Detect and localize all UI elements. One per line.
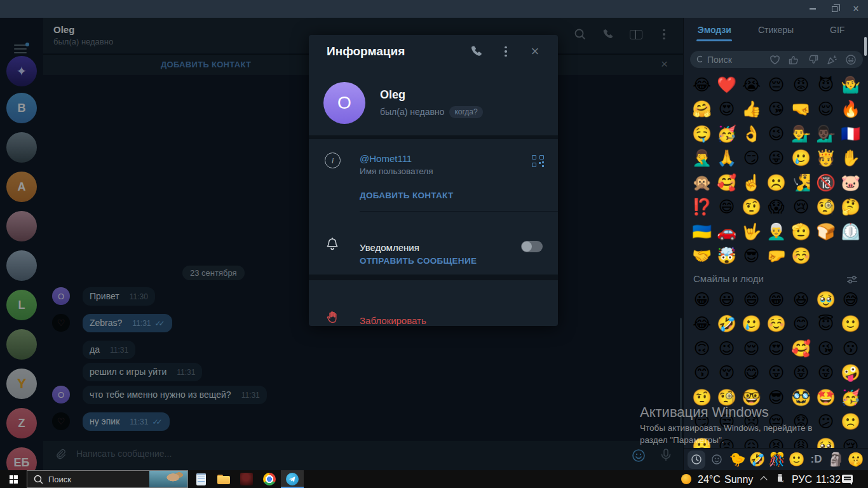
taskbar-app-telegram[interactable] [281,470,304,488]
chevron-up-icon[interactable] [760,476,767,483]
orange-smile-sticker[interactable]: 🙂 [788,451,805,469]
duck-sticker[interactable]: 🐤 [729,451,746,469]
restore-icon[interactable] [824,0,845,18]
start-button[interactable] [0,470,27,488]
emoji-scrollbar[interactable] [864,37,867,56]
weather-temperature[interactable]: 24°C [698,474,721,485]
language-indicator[interactable]: РУС [792,474,812,485]
block-button[interactable]: Заблокировать [360,315,426,326]
emoji-cell[interactable]: 🇺🇦 [689,219,714,244]
add-contact-button[interactable]: ДОБАВИТЬ КОНТАКТ [360,191,453,200]
smiley-icon[interactable] [710,452,724,467]
party-icon[interactable] [826,54,838,65]
emoji-cell[interactable]: 🤣 [714,312,739,337]
emoji-cell[interactable]: 🧐 [813,195,838,220]
taskbar-app-explorer[interactable] [212,470,235,488]
emoji-cell[interactable]: ☺️ [789,244,813,269]
emoji-cell[interactable]: 😍 [764,336,789,361]
emoji-cell[interactable]: 😈 [813,72,838,97]
emoji-cell[interactable]: 🙃 [689,336,714,361]
emoji-cell[interactable]: 😋 [739,361,764,386]
clock[interactable]: 11:32 [816,474,841,485]
emoji-cell[interactable]: 😏 [739,146,764,171]
emoji-cell[interactable]: ✋ [838,146,863,171]
send-message-button[interactable]: ОТПРАВИТЬ СООБЩЕНИЕ [360,256,477,266]
emoji-cell[interactable]: 😌 [739,336,764,361]
emoji-cell[interactable]: 😎 [764,385,789,410]
emoji-cell[interactable]: 🇫🇷 [838,121,863,146]
emoji-cell[interactable]: 😝 [789,361,813,386]
emoji-cell[interactable]: 🤟 [739,219,764,244]
close-icon[interactable]: × [845,0,867,18]
emoji-cell[interactable]: 👨‍🦳 [764,219,789,244]
emoji-cell[interactable]: 😔 [764,410,789,435]
tab-gif[interactable]: GIF [806,18,868,42]
emoji-cell[interactable]: 😂 [689,72,714,97]
emoji-cell[interactable]: 🤓 [739,385,764,410]
notification-icon[interactable] [842,475,853,483]
emoji-cell[interactable]: ⁉️ [689,195,714,220]
tab-stickers[interactable]: Стикеры [745,18,807,42]
emoji-cell[interactable]: ⏲️ [838,219,863,244]
emoji-cell[interactable]: 🤨 [689,385,714,410]
emoji-cell[interactable]: 🤷‍♂️ [838,72,863,97]
emoji-cell[interactable]: 🥲 [789,146,813,171]
emoji-cell[interactable]: 😃 [714,287,739,312]
emoji-cell[interactable]: 🤪 [838,361,863,386]
emoji-cell[interactable]: 🤯 [714,244,739,269]
minimize-icon[interactable] [802,0,824,18]
emoji-cell[interactable]: 🤩 [813,385,838,410]
emoji-cell[interactable]: 🧏‍♂️ [789,170,813,195]
emoji-cell[interactable]: 🥰 [714,170,739,195]
emoji-cell[interactable]: 🥸 [789,385,813,410]
emoji-cell[interactable]: 💁‍♂️ [789,121,813,146]
emoji-cell[interactable]: 😜 [764,146,789,171]
emoji-cell[interactable]: 🔥 [838,97,863,122]
emoji-cell[interactable]: 😙 [689,361,714,386]
menu-icon[interactable] [498,44,513,59]
emoji-cell[interactable]: 😭 [739,72,764,97]
emoji-cell[interactable]: 😍 [714,97,739,122]
emoji-cell[interactable]: ☺️ [764,312,789,337]
weather-icon[interactable] [681,474,691,484]
taskbar-search-input[interactable] [48,475,131,484]
emoji-cell[interactable]: 🫡 [789,219,813,244]
emoji-cell[interactable]: 😄 [714,195,739,220]
emoji-cell[interactable]: 😱 [764,195,789,220]
emoji-cell[interactable]: 🤜 [789,97,813,122]
emoji-cell[interactable]: 😅 [838,287,863,312]
emoji-cell[interactable]: 😉 [714,336,739,361]
taskbar-app-game[interactable] [235,470,258,488]
emoji-cell[interactable]: 🥳 [838,385,863,410]
emoji-cell[interactable]: 😚 [714,361,739,386]
emoji-cell[interactable]: 🥳 [714,121,739,146]
emoji-cell[interactable]: 🙁 [838,410,863,435]
taskbar-app-notepad[interactable] [189,470,212,488]
emoji-cell[interactable]: 😞 [739,410,764,435]
emoji-cell[interactable]: ☝️ [739,170,764,195]
emoji-cell[interactable]: 😛 [764,361,789,386]
emoji-cell[interactable]: 😡 [789,72,813,97]
emoji-cell[interactable]: 🤦‍♂️ [689,146,714,171]
heart-icon[interactable] [769,54,781,65]
emoji-cell[interactable]: 🐷 [838,170,863,195]
taskbar-search[interactable] [27,470,188,488]
emoji-cell[interactable]: 🙂 [838,312,863,337]
emoji-cell[interactable]: 😊 [789,312,813,337]
emoji-cell[interactable]: 👌 [739,121,764,146]
emoji-cell[interactable]: 😄 [739,287,764,312]
happy-day-sticker[interactable]: 🎊 [768,451,785,469]
thumbs-up-icon[interactable] [788,54,800,65]
emoji-cell[interactable]: 🙏 [714,146,739,171]
emoji-cell[interactable]: ❤️ [714,72,739,97]
emoji-cell[interactable]: 🚗 [714,219,739,244]
emoji-cell[interactable]: 😎 [739,244,764,269]
emoji-cell[interactable]: 😢 [789,195,813,220]
notifications-toggle[interactable] [521,241,543,252]
emoji-cell[interactable]: 😕 [813,410,838,435]
emoji-cell[interactable]: 😗 [838,336,863,361]
emoji-cell[interactable]: 🔞 [813,170,838,195]
emoji-cell[interactable]: 😌 [813,97,838,122]
emoji-cell[interactable]: 😒 [714,410,739,435]
phone-icon[interactable] [469,44,484,59]
